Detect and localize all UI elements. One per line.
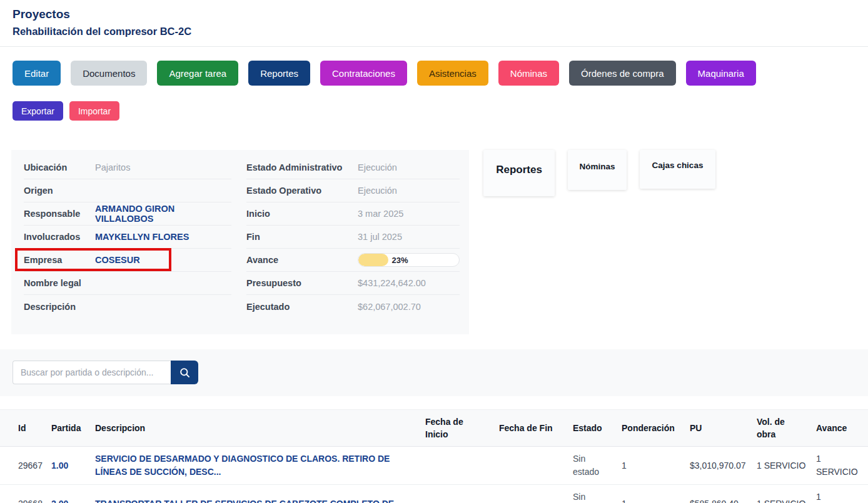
cell-pu: $3,010,970.07 xyxy=(690,447,757,484)
button-documentos[interactable]: Documentos xyxy=(71,61,147,86)
detail-row-involucrados: InvolucradosMAYKELLYN FLORES xyxy=(24,226,231,249)
detail-row-descripcion: Descripción xyxy=(24,295,231,318)
cell-id: 29667 xyxy=(18,447,51,484)
search-group xyxy=(13,361,868,384)
detail-row-estado-administrativo: Estado AdministrativoEjecución xyxy=(246,156,460,179)
detail-value-ubicacion: Pajaritos xyxy=(95,162,130,172)
detail-row-fin: Fin31 jul 2025 xyxy=(246,226,460,249)
detail-label: Ubicación xyxy=(24,162,95,172)
project-overview: UbicaciónPajaritosOrigenResponsableARMAN… xyxy=(11,150,868,334)
cell-estado: Sin estado xyxy=(573,447,622,484)
cell-descripcion[interactable]: SERVICIO DE DESARMADO Y DIAGNOSTICO DE C… xyxy=(95,447,425,484)
details-column-right: Estado AdministrativoEjecuciónEstado Ope… xyxy=(240,156,469,318)
detail-value-involucrados[interactable]: MAYKELLYN FLORES xyxy=(95,232,189,242)
detail-label: Presupuesto xyxy=(246,278,358,288)
detail-row-nombre-legal: Nombre legal xyxy=(24,272,231,295)
detail-label: Avance xyxy=(246,255,358,265)
column-header-avance: Avance xyxy=(816,410,868,446)
column-header-id: Id xyxy=(18,410,51,446)
detail-row-responsable: ResponsableARMANDO GIRON VILLALOBOS xyxy=(24,202,231,226)
cell-fecha_inicio xyxy=(425,485,499,503)
detail-label: Origen xyxy=(24,186,95,196)
detail-label: Ejecutado xyxy=(246,302,358,312)
column-header-estado: Estado xyxy=(573,410,622,446)
button-exportar[interactable]: Exportar xyxy=(13,101,63,121)
project-title: Rehabilitación del compresor BC-2C xyxy=(13,26,855,37)
detail-value-ejecutado: $62,067,002.70 xyxy=(358,302,421,312)
detail-label: Estado Operativo xyxy=(246,186,358,196)
detail-value-empresa[interactable]: COSESUR xyxy=(95,255,140,265)
column-header-ponderacion: Ponderación xyxy=(622,410,690,446)
cell-avance: 1 SERVICIO xyxy=(816,447,868,484)
button-reportes[interactable]: Reportes xyxy=(248,61,310,86)
detail-value-estado-administrativo: Ejecución xyxy=(358,162,397,172)
side-card-nominas[interactable]: Nóminas xyxy=(568,150,627,190)
detail-row-ubicacion: UbicaciónPajaritos xyxy=(24,156,231,179)
detail-row-avance: Avance23% xyxy=(246,249,460,272)
button-agregar-tarea[interactable]: Agregar tarea xyxy=(157,61,238,86)
column-header-vol-de-obra: Vol. de obra xyxy=(757,410,816,446)
column-header-partida: Partida xyxy=(51,410,95,446)
detail-row-ejecutado: Ejecutado$62,067,002.70 xyxy=(246,295,460,318)
detail-row-empresa: EmpresaCOSESUR xyxy=(24,249,231,272)
detail-value-responsable[interactable]: ARMANDO GIRON VILLALOBOS xyxy=(95,204,231,224)
detail-value-inicio: 3 mar 2025 xyxy=(358,209,403,219)
cell-vol_obra: 1 SERVICIO xyxy=(757,447,816,484)
cell-ponderacion: 1 xyxy=(622,485,690,503)
column-header-pu: PU xyxy=(690,410,757,446)
cell-partida[interactable]: 2.00 xyxy=(51,485,95,503)
toolbar-primary: EditarDocumentosAgregar tareaReportesCon… xyxy=(13,61,855,86)
column-header-fecha-de-inicio: Fecha de Inicio xyxy=(425,410,499,446)
toolbar-secondary: ExportarImportar xyxy=(13,101,855,121)
cell-avance: 1 SERVICIO xyxy=(816,485,868,503)
detail-label: Inicio xyxy=(246,209,358,219)
detail-value-fin: 31 jul 2025 xyxy=(358,232,402,242)
button-importar[interactable]: Importar xyxy=(69,101,119,121)
detail-label: Involucrados xyxy=(24,232,95,242)
page-title: Proyectos xyxy=(13,7,855,21)
progress-bar: 23% xyxy=(358,253,460,267)
search-icon xyxy=(179,367,191,379)
progress-percent: 23% xyxy=(358,254,442,266)
table-row: 296682.00TRANSPORTAR TALLER DE SERVICIOS… xyxy=(0,485,868,503)
column-header-fecha-de-fin: Fecha de Fin xyxy=(499,410,573,446)
detail-label: Nombre legal xyxy=(24,278,95,288)
page-header: Proyectos Rehabilitación del compresor B… xyxy=(0,0,868,47)
cell-descripcion[interactable]: TRANSPORTAR TALLER DE SERVICIOS DE CABEZ… xyxy=(95,485,425,503)
detail-value-presupuesto: $431,224,642.00 xyxy=(358,278,426,288)
cell-fecha_fin xyxy=(499,447,573,484)
table-row: 296671.00SERVICIO DE DESARMADO Y DIAGNOS… xyxy=(0,447,868,485)
detail-value-estado-operativo: Ejecución xyxy=(358,186,397,196)
cell-vol_obra: 1 SERVICIO xyxy=(757,485,816,503)
tasks-table: IdPartidaDescripcionFecha de InicioFecha… xyxy=(0,409,868,503)
cell-id: 29668 xyxy=(18,485,51,503)
detail-row-estado-operativo: Estado OperativoEjecución xyxy=(246,179,460,202)
cell-ponderacion: 1 xyxy=(622,447,690,484)
button-nominas[interactable]: Nóminas xyxy=(498,61,559,86)
button-maquinaria[interactable]: Maquinaria xyxy=(686,61,756,86)
button-ordenes-de-compra[interactable]: Órdenes de compra xyxy=(569,61,676,86)
cell-partida[interactable]: 1.00 xyxy=(51,447,95,484)
search-input[interactable] xyxy=(13,361,171,384)
project-details-panel: UbicaciónPajaritosOrigenResponsableARMAN… xyxy=(11,150,469,334)
details-column-left: UbicaciónPajaritosOrigenResponsableARMAN… xyxy=(11,156,240,318)
detail-label: Fin xyxy=(246,232,358,242)
search-button[interactable] xyxy=(171,361,198,384)
table-body: 296671.00SERVICIO DE DESARMADO Y DIAGNOS… xyxy=(0,447,868,503)
detail-label: Responsable xyxy=(24,209,95,219)
cell-pu: $585,860.40 xyxy=(690,485,757,503)
cell-fecha_fin xyxy=(499,485,573,503)
button-contrataciones[interactable]: Contrataciones xyxy=(320,61,407,86)
detail-label: Empresa xyxy=(24,255,95,265)
button-editar[interactable]: Editar xyxy=(13,61,61,86)
detail-row-origen: Origen xyxy=(24,179,231,202)
side-card-reportes[interactable]: Reportes xyxy=(483,150,555,196)
detail-row-presupuesto: Presupuesto$431,224,642.00 xyxy=(246,272,460,295)
side-card-cajas-chicas[interactable]: Cajas chicas xyxy=(640,150,715,189)
button-asistencias[interactable]: Asistencias xyxy=(417,61,488,86)
detail-label: Descripción xyxy=(24,302,95,312)
column-header-descripcion: Descripcion xyxy=(95,410,425,446)
cell-estado: Sin estado xyxy=(573,485,622,503)
cell-fecha_inicio xyxy=(425,447,499,484)
table-header-row: IdPartidaDescripcionFecha de InicioFecha… xyxy=(0,409,868,447)
